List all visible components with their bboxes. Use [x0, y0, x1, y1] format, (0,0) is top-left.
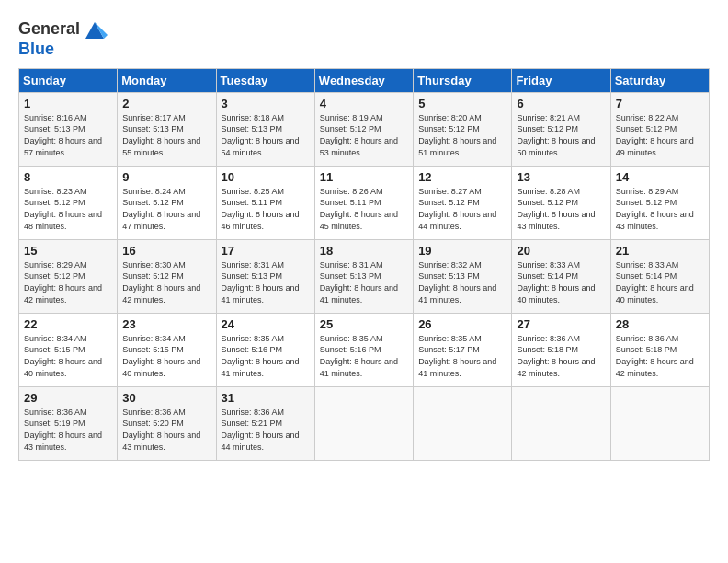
calendar-cell: 18 Sunrise: 8:31 AMSunset: 5:13 PMDaylig… — [314, 239, 413, 313]
calendar-cell: 19 Sunrise: 8:32 AMSunset: 5:13 PMDaylig… — [414, 239, 512, 313]
day-number: 2 — [122, 97, 210, 110]
day-number: 24 — [222, 317, 310, 331]
day-number: 26 — [418, 317, 506, 331]
day-number: 13 — [517, 170, 605, 184]
calendar-cell: 28 Sunrise: 8:36 AMSunset: 5:18 PMDaylig… — [610, 313, 709, 386]
day-info: Sunrise: 8:35 AMSunset: 5:16 PMDaylight:… — [320, 334, 398, 378]
calendar-cell — [512, 386, 610, 460]
day-number: 12 — [418, 170, 506, 184]
day-info: Sunrise: 8:22 AMSunset: 5:12 PMDaylight:… — [616, 113, 694, 157]
calendar-cell: 23 Sunrise: 8:34 AMSunset: 5:15 PMDaylig… — [118, 313, 216, 386]
day-number: 30 — [122, 391, 210, 405]
calendar-cell: 4 Sunrise: 8:19 AMSunset: 5:12 PMDayligh… — [314, 92, 413, 166]
day-info: Sunrise: 8:17 AMSunset: 5:13 PMDaylight:… — [122, 113, 200, 157]
day-number: 5 — [418, 97, 506, 110]
day-number: 31 — [222, 391, 310, 405]
calendar-cell — [414, 386, 512, 460]
day-number: 16 — [122, 244, 210, 258]
day-info: Sunrise: 8:35 AMSunset: 5:16 PMDaylight:… — [222, 334, 300, 378]
day-info: Sunrise: 8:36 AMSunset: 5:18 PMDaylight:… — [616, 334, 694, 378]
day-number: 3 — [222, 97, 310, 110]
calendar-header-wednesday: Wednesday — [314, 68, 413, 92]
day-number: 29 — [24, 391, 112, 405]
calendar-cell: 8 Sunrise: 8:23 AMSunset: 5:12 PMDayligh… — [19, 166, 118, 239]
calendar-week-5: 29 Sunrise: 8:36 AMSunset: 5:19 PMDaylig… — [19, 386, 710, 460]
logo: General Blue — [18, 17, 108, 59]
day-info: Sunrise: 8:36 AMSunset: 5:21 PMDaylight:… — [222, 408, 300, 452]
day-number: 28 — [616, 317, 704, 331]
calendar-cell: 5 Sunrise: 8:20 AMSunset: 5:12 PMDayligh… — [414, 92, 512, 166]
day-number: 7 — [616, 97, 704, 110]
day-info: Sunrise: 8:31 AMSunset: 5:13 PMDaylight:… — [320, 260, 398, 304]
calendar-cell — [314, 386, 413, 460]
day-info: Sunrise: 8:32 AMSunset: 5:13 PMDaylight:… — [418, 260, 496, 304]
day-info: Sunrise: 8:27 AMSunset: 5:12 PMDaylight:… — [418, 187, 496, 231]
calendar-cell: 12 Sunrise: 8:27 AMSunset: 5:12 PMDaylig… — [414, 166, 512, 239]
calendar-week-3: 15 Sunrise: 8:29 AMSunset: 5:12 PMDaylig… — [19, 239, 710, 313]
day-info: Sunrise: 8:29 AMSunset: 5:12 PMDaylight:… — [616, 187, 694, 231]
day-info: Sunrise: 8:33 AMSunset: 5:14 PMDaylight:… — [517, 260, 595, 304]
calendar-header-saturday: Saturday — [610, 68, 709, 92]
day-number: 4 — [320, 97, 408, 110]
calendar-header-tuesday: Tuesday — [216, 68, 314, 92]
calendar-header-thursday: Thursday — [414, 68, 512, 92]
calendar-cell: 27 Sunrise: 8:36 AMSunset: 5:18 PMDaylig… — [512, 313, 610, 386]
day-number: 1 — [24, 97, 112, 110]
day-info: Sunrise: 8:28 AMSunset: 5:12 PMDaylight:… — [517, 187, 595, 231]
day-number: 19 — [418, 244, 506, 258]
day-info: Sunrise: 8:36 AMSunset: 5:19 PMDaylight:… — [24, 408, 102, 452]
calendar-cell: 24 Sunrise: 8:35 AMSunset: 5:16 PMDaylig… — [216, 313, 314, 386]
calendar-cell: 29 Sunrise: 8:36 AMSunset: 5:19 PMDaylig… — [19, 386, 118, 460]
logo-blue-text: Blue — [18, 40, 54, 58]
day-info: Sunrise: 8:26 AMSunset: 5:11 PMDaylight:… — [320, 187, 398, 231]
calendar-cell — [610, 386, 709, 460]
calendar-cell: 3 Sunrise: 8:18 AMSunset: 5:13 PMDayligh… — [216, 92, 314, 166]
day-number: 18 — [320, 244, 408, 258]
day-number: 11 — [320, 170, 408, 184]
day-number: 10 — [222, 170, 310, 184]
day-number: 20 — [517, 244, 605, 258]
day-info: Sunrise: 8:29 AMSunset: 5:12 PMDaylight:… — [24, 260, 102, 304]
calendar-header-monday: Monday — [118, 68, 216, 92]
calendar-cell: 17 Sunrise: 8:31 AMSunset: 5:13 PMDaylig… — [216, 239, 314, 313]
day-info: Sunrise: 8:16 AMSunset: 5:13 PMDaylight:… — [24, 113, 102, 157]
day-info: Sunrise: 8:30 AMSunset: 5:12 PMDaylight:… — [122, 260, 200, 304]
calendar-body: 1 Sunrise: 8:16 AMSunset: 5:13 PMDayligh… — [19, 92, 710, 460]
day-info: Sunrise: 8:18 AMSunset: 5:13 PMDaylight:… — [222, 113, 300, 157]
day-info: Sunrise: 8:35 AMSunset: 5:17 PMDaylight:… — [418, 334, 496, 378]
day-number: 8 — [24, 170, 112, 184]
day-number: 21 — [616, 244, 704, 258]
calendar-header-friday: Friday — [512, 68, 610, 92]
day-number: 9 — [122, 170, 210, 184]
calendar-cell: 9 Sunrise: 8:24 AMSunset: 5:12 PMDayligh… — [118, 166, 216, 239]
calendar-cell: 21 Sunrise: 8:33 AMSunset: 5:14 PMDaylig… — [610, 239, 709, 313]
calendar-cell: 14 Sunrise: 8:29 AMSunset: 5:12 PMDaylig… — [610, 166, 709, 239]
day-info: Sunrise: 8:20 AMSunset: 5:12 PMDaylight:… — [418, 113, 496, 157]
logo-general-text: General — [18, 20, 80, 39]
calendar-week-1: 1 Sunrise: 8:16 AMSunset: 5:13 PMDayligh… — [19, 92, 710, 166]
calendar-header-sunday: Sunday — [19, 68, 118, 92]
day-number: 17 — [222, 244, 310, 258]
calendar-cell: 13 Sunrise: 8:28 AMSunset: 5:12 PMDaylig… — [512, 166, 610, 239]
day-number: 6 — [517, 97, 605, 110]
calendar-week-2: 8 Sunrise: 8:23 AMSunset: 5:12 PMDayligh… — [19, 166, 710, 239]
day-info: Sunrise: 8:21 AMSunset: 5:12 PMDaylight:… — [517, 113, 595, 157]
calendar-cell: 7 Sunrise: 8:22 AMSunset: 5:12 PMDayligh… — [610, 92, 709, 166]
logo-icon — [82, 17, 108, 42]
day-number: 23 — [122, 317, 210, 331]
day-info: Sunrise: 8:36 AMSunset: 5:20 PMDaylight:… — [122, 408, 200, 452]
calendar-cell: 31 Sunrise: 8:36 AMSunset: 5:21 PMDaylig… — [216, 386, 314, 460]
day-number: 25 — [320, 317, 408, 331]
calendar-table: SundayMondayTuesdayWednesdayThursdayFrid… — [18, 68, 710, 461]
day-info: Sunrise: 8:24 AMSunset: 5:12 PMDaylight:… — [122, 187, 200, 231]
day-info: Sunrise: 8:31 AMSunset: 5:13 PMDaylight:… — [222, 260, 300, 304]
calendar-cell: 16 Sunrise: 8:30 AMSunset: 5:12 PMDaylig… — [118, 239, 216, 313]
day-info: Sunrise: 8:23 AMSunset: 5:12 PMDaylight:… — [24, 187, 102, 231]
day-number: 14 — [616, 170, 704, 184]
calendar-cell: 26 Sunrise: 8:35 AMSunset: 5:17 PMDaylig… — [414, 313, 512, 386]
day-info: Sunrise: 8:25 AMSunset: 5:11 PMDaylight:… — [222, 187, 300, 231]
day-info: Sunrise: 8:33 AMSunset: 5:14 PMDaylight:… — [616, 260, 694, 304]
calendar-cell: 10 Sunrise: 8:25 AMSunset: 5:11 PMDaylig… — [216, 166, 314, 239]
calendar-cell: 22 Sunrise: 8:34 AMSunset: 5:15 PMDaylig… — [19, 313, 118, 386]
calendar-cell: 15 Sunrise: 8:29 AMSunset: 5:12 PMDaylig… — [19, 239, 118, 313]
